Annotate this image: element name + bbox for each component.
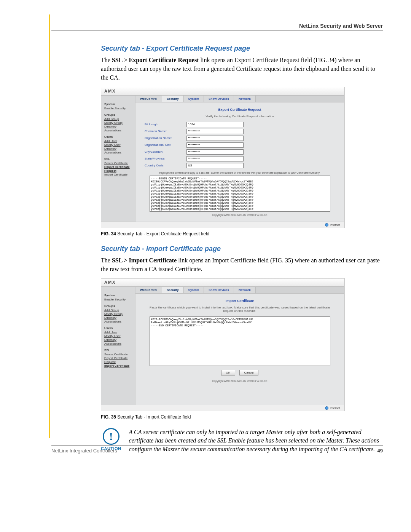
sidebar-2: System Enable Security Groups Add Group …: [101, 287, 135, 405]
sidebar-system-h: System: [104, 102, 132, 106]
tab-webcontrol[interactable]: WebControl: [135, 96, 162, 102]
country-label: Country Code:: [145, 164, 186, 167]
section1-body: The SSL > Export Certificate Request lin…: [101, 56, 383, 82]
fig-35-screenshot: AMX System Enable Security Groups Add Gr…: [101, 278, 344, 411]
panel-subtitle: Verify the following Certificate Request…: [145, 115, 335, 118]
sidebar-associations[interactable]: Associations: [104, 129, 132, 132]
sidebar-modify-group[interactable]: Modify Group: [104, 121, 132, 125]
sidebar-import-cert-2[interactable]: Import Certificate: [104, 364, 132, 367]
caution-icon: !: [103, 428, 119, 445]
sidebar-add-user[interactable]: Add User: [104, 139, 132, 143]
city-label: City/Location:: [145, 150, 186, 153]
tab-system[interactable]: System: [184, 96, 204, 102]
accent-bar: [49, 14, 50, 438]
org-name-label: Organization Name:: [145, 136, 186, 140]
org-unit-input[interactable]: [186, 142, 244, 148]
amx-logo: AMX: [101, 87, 344, 96]
status-bar: Internet: [101, 222, 344, 228]
main-tabs: WebControl Security System Show Devices …: [135, 96, 344, 102]
globe-icon-2: [325, 406, 328, 410]
page-footer: NetLinx Integrated Controllers 49: [51, 445, 383, 454]
sidebar-request[interactable]: Request: [104, 169, 132, 173]
section1-title: Security tab - Export Certificate Reques…: [101, 45, 383, 53]
status-bar-2: Internet: [101, 405, 344, 411]
amx-logo-2: AMX: [101, 278, 344, 287]
sidebar-associations-2[interactable]: Associations: [104, 151, 132, 154]
sidebar-directory[interactable]: Directory: [104, 125, 132, 128]
section2-title: Security tab - Import Certificate page: [101, 245, 383, 253]
sidebar: System Enable Security Groups Add Group …: [101, 96, 135, 222]
main-tabs-2: WebControl Security System Show Devices …: [135, 287, 344, 294]
common-name-label: Common Name:: [145, 129, 186, 133]
ok-button[interactable]: OK: [221, 370, 236, 375]
tab-show-devices[interactable]: Show Devices: [204, 96, 234, 102]
sidebar-import-cert[interactable]: Import Certificate: [104, 173, 132, 176]
copyright-line-2: Copyright AMX 2004 NetLinx Version v2.30…: [145, 378, 335, 384]
sidebar-enable-security[interactable]: Enable Security: [104, 107, 132, 110]
fig-34-caption: FIG. 34 Security Tab - Export Certificat…: [101, 231, 383, 236]
panel-title: Export Certificate Request: [145, 108, 335, 112]
import-panel-subtitle: Paste the certificate which you want to …: [145, 306, 335, 313]
org-name-input[interactable]: [186, 136, 244, 141]
state-label: State/Province:: [145, 157, 186, 160]
tab-network[interactable]: Network: [234, 96, 256, 102]
footer-left: NetLinx Integrated Controllers: [51, 448, 117, 454]
state-input[interactable]: [186, 156, 244, 161]
sidebar-export-cert[interactable]: Export Certificate: [104, 165, 132, 169]
cancel-button[interactable]: Cancel: [239, 370, 259, 375]
country-input[interactable]: [186, 163, 244, 168]
common-name-input[interactable]: [186, 129, 244, 134]
sidebar-modify-user[interactable]: Modify User: [104, 143, 132, 147]
tab-security[interactable]: Security: [162, 96, 184, 102]
import-textarea[interactable]: MIIBxPCCAROCAQAwgYMxCzAJBgNVBAYTAlVTMQsw…: [150, 316, 330, 366]
page-header: NetLinx Security and Web Server: [51, 23, 383, 31]
sidebar-enable-security-2[interactable]: Enable Security: [104, 298, 132, 301]
bit-length-label: Bit Length:: [145, 123, 186, 126]
fig-35-caption: FIG. 35 Security Tab - Import Certificat…: [101, 414, 383, 420]
sidebar-server-cert[interactable]: Server Certificate: [104, 161, 132, 165]
bit-length-input[interactable]: [186, 122, 244, 127]
copyright-line: Copyright AMX 2004 NetLinx Version v2.30…: [145, 212, 335, 218]
fig-34-screenshot: AMX System Enable Security Groups Add Gr…: [101, 87, 344, 228]
page-number: 49: [378, 448, 383, 454]
sidebar-users-h: Users: [104, 135, 132, 139]
org-unit-label: Organizational Unit:: [145, 143, 186, 147]
export-textarea[interactable]: -----BEGIN CERTIFICATE REQUEST----- MIIB…: [150, 176, 330, 212]
sidebar-add-group[interactable]: Add Group: [104, 117, 132, 121]
globe-icon: [325, 223, 328, 227]
sidebar-groups-h: Groups: [104, 113, 132, 117]
section2-body: The SSL > Import Certificate link opens …: [101, 256, 383, 273]
sidebar-directory-2[interactable]: Directory: [104, 147, 132, 150]
import-panel-title: Import Certificate: [145, 299, 335, 303]
sidebar-ssl-h: SSL: [104, 157, 132, 161]
city-input[interactable]: [186, 149, 244, 155]
export-note: Highlight the content and copy to a text…: [145, 171, 335, 174]
